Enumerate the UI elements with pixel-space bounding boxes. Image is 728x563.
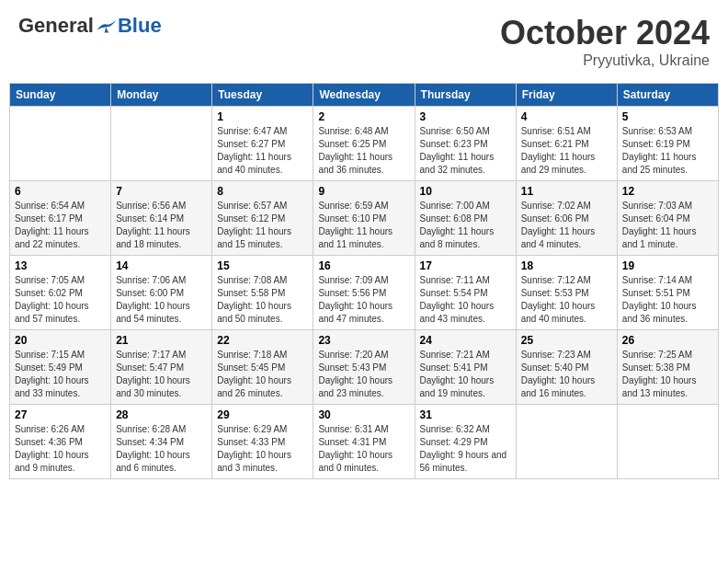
day-info: Sunrise: 7:17 AMSunset: 5:47 PMDaylight:… <box>116 349 207 400</box>
calendar-day-cell: 1Sunrise: 6:47 AMSunset: 6:27 PMDaylight… <box>212 107 313 181</box>
calendar-day-cell: 24Sunrise: 7:21 AMSunset: 5:41 PMDayligh… <box>415 330 516 405</box>
day-number: 19 <box>622 259 713 272</box>
calendar-day-cell: 8Sunrise: 6:57 AMSunset: 6:12 PMDaylight… <box>212 181 313 256</box>
day-number: 15 <box>217 259 308 272</box>
calendar-day-cell <box>111 107 212 181</box>
calendar-table: SundayMondayTuesdayWednesdayThursdayFrid… <box>9 83 719 479</box>
day-info: Sunrise: 7:18 AMSunset: 5:45 PMDaylight:… <box>217 349 308 400</box>
day-number: 25 <box>521 334 612 347</box>
day-info: Sunrise: 7:09 AMSunset: 5:56 PMDaylight:… <box>318 274 409 326</box>
day-info: Sunrise: 7:05 AMSunset: 6:02 PMDaylight:… <box>15 274 106 326</box>
day-info: Sunrise: 6:32 AMSunset: 4:29 PMDaylight:… <box>420 423 511 475</box>
day-info: Sunrise: 7:23 AMSunset: 5:40 PMDaylight:… <box>521 349 612 400</box>
day-number: 5 <box>622 110 713 123</box>
page-header: General Blue October 2024 Pryyutivka, Uk… <box>9 9 719 74</box>
day-number: 23 <box>318 334 409 347</box>
calendar-day-cell: 14Sunrise: 7:06 AMSunset: 6:00 PMDayligh… <box>111 256 212 330</box>
calendar-day-cell: 26Sunrise: 7:25 AMSunset: 5:38 PMDayligh… <box>617 330 718 405</box>
calendar-day-cell: 29Sunrise: 6:29 AMSunset: 4:33 PMDayligh… <box>212 405 313 479</box>
weekday-header: Tuesday <box>212 84 313 107</box>
day-number: 2 <box>318 110 409 123</box>
calendar-day-cell <box>10 107 111 181</box>
day-info: Sunrise: 7:15 AMSunset: 5:49 PMDaylight:… <box>15 349 106 400</box>
calendar-day-cell: 12Sunrise: 7:03 AMSunset: 6:04 PMDayligh… <box>617 181 718 256</box>
day-info: Sunrise: 7:25 AMSunset: 5:38 PMDaylight:… <box>622 349 713 400</box>
day-number: 20 <box>15 334 106 347</box>
calendar-week-row: 1Sunrise: 6:47 AMSunset: 6:27 PMDaylight… <box>10 107 719 181</box>
day-number: 24 <box>420 334 511 347</box>
day-number: 6 <box>15 185 106 198</box>
day-info: Sunrise: 7:08 AMSunset: 5:58 PMDaylight:… <box>217 274 308 326</box>
day-info: Sunrise: 6:50 AMSunset: 6:23 PMDaylight:… <box>420 125 511 177</box>
day-info: Sunrise: 7:20 AMSunset: 5:43 PMDaylight:… <box>318 349 409 400</box>
day-number: 16 <box>318 259 409 272</box>
calendar-day-cell: 13Sunrise: 7:05 AMSunset: 6:02 PMDayligh… <box>10 256 111 330</box>
calendar-week-row: 20Sunrise: 7:15 AMSunset: 5:49 PMDayligh… <box>10 330 719 405</box>
calendar-day-cell: 2Sunrise: 6:48 AMSunset: 6:25 PMDaylight… <box>313 107 415 181</box>
weekday-header: Friday <box>516 84 617 107</box>
logo-blue-text: Blue <box>118 14 162 38</box>
calendar-day-cell: 19Sunrise: 7:14 AMSunset: 5:51 PMDayligh… <box>617 256 718 330</box>
day-info: Sunrise: 7:02 AMSunset: 6:06 PMDaylight:… <box>521 200 612 251</box>
day-number: 14 <box>116 259 207 272</box>
calendar-week-row: 6Sunrise: 6:54 AMSunset: 6:17 PMDaylight… <box>10 181 719 256</box>
day-number: 26 <box>622 334 713 347</box>
weekday-header: Thursday <box>415 84 516 107</box>
day-number: 31 <box>420 408 511 421</box>
day-info: Sunrise: 6:51 AMSunset: 6:21 PMDaylight:… <box>521 125 612 177</box>
day-info: Sunrise: 6:48 AMSunset: 6:25 PMDaylight:… <box>318 125 409 177</box>
day-number: 12 <box>622 185 713 198</box>
day-number: 28 <box>116 408 207 421</box>
day-number: 17 <box>420 259 511 272</box>
calendar-day-cell: 9Sunrise: 6:59 AMSunset: 6:10 PMDaylight… <box>313 181 415 256</box>
day-number: 9 <box>318 185 409 198</box>
calendar-day-cell: 6Sunrise: 6:54 AMSunset: 6:17 PMDaylight… <box>10 181 111 256</box>
day-info: Sunrise: 6:59 AMSunset: 6:10 PMDaylight:… <box>318 200 409 251</box>
calendar-day-cell: 23Sunrise: 7:20 AMSunset: 5:43 PMDayligh… <box>313 330 415 405</box>
calendar-day-cell: 21Sunrise: 7:17 AMSunset: 5:47 PMDayligh… <box>111 330 212 405</box>
day-number: 22 <box>217 334 308 347</box>
day-info: Sunrise: 7:11 AMSunset: 5:54 PMDaylight:… <box>420 274 511 326</box>
day-info: Sunrise: 6:56 AMSunset: 6:14 PMDaylight:… <box>116 200 207 251</box>
location: Pryyutivka, Ukraine <box>500 52 710 69</box>
weekday-header: Wednesday <box>313 84 415 107</box>
calendar-day-cell: 31Sunrise: 6:32 AMSunset: 4:29 PMDayligh… <box>415 405 516 479</box>
calendar-day-cell: 18Sunrise: 7:12 AMSunset: 5:53 PMDayligh… <box>516 256 617 330</box>
calendar-day-cell <box>516 405 617 479</box>
day-number: 8 <box>217 185 308 198</box>
day-number: 7 <box>116 185 207 198</box>
day-info: Sunrise: 6:47 AMSunset: 6:27 PMDaylight:… <box>217 125 308 177</box>
day-info: Sunrise: 7:21 AMSunset: 5:41 PMDaylight:… <box>420 349 511 400</box>
day-number: 3 <box>420 110 511 123</box>
logo-bird-icon <box>96 17 118 35</box>
calendar-day-cell: 15Sunrise: 7:08 AMSunset: 5:58 PMDayligh… <box>212 256 313 330</box>
calendar-day-cell <box>617 405 718 479</box>
day-number: 21 <box>116 334 207 347</box>
day-number: 4 <box>521 110 612 123</box>
day-info: Sunrise: 7:06 AMSunset: 6:00 PMDaylight:… <box>116 274 207 326</box>
calendar-day-cell: 7Sunrise: 6:56 AMSunset: 6:14 PMDaylight… <box>111 181 212 256</box>
day-info: Sunrise: 6:26 AMSunset: 4:36 PMDaylight:… <box>15 423 106 475</box>
weekday-header: Saturday <box>617 84 718 107</box>
calendar-day-cell: 10Sunrise: 7:00 AMSunset: 6:08 PMDayligh… <box>415 181 516 256</box>
day-info: Sunrise: 6:53 AMSunset: 6:19 PMDaylight:… <box>622 125 713 177</box>
day-info: Sunrise: 6:31 AMSunset: 4:31 PMDaylight:… <box>318 423 409 475</box>
logo-general-text: General <box>18 14 94 38</box>
calendar-day-cell: 28Sunrise: 6:28 AMSunset: 4:34 PMDayligh… <box>111 405 212 479</box>
calendar-day-cell: 20Sunrise: 7:15 AMSunset: 5:49 PMDayligh… <box>10 330 111 405</box>
day-number: 1 <box>217 110 308 123</box>
calendar-header-row: SundayMondayTuesdayWednesdayThursdayFrid… <box>10 84 719 107</box>
day-number: 30 <box>318 408 409 421</box>
logo: General Blue <box>18 14 162 38</box>
title-section: October 2024 Pryyutivka, Ukraine <box>500 14 710 69</box>
calendar-day-cell: 16Sunrise: 7:09 AMSunset: 5:56 PMDayligh… <box>313 256 415 330</box>
calendar-day-cell: 4Sunrise: 6:51 AMSunset: 6:21 PMDaylight… <box>516 107 617 181</box>
calendar-day-cell: 3Sunrise: 6:50 AMSunset: 6:23 PMDaylight… <box>415 107 516 181</box>
day-number: 27 <box>15 408 106 421</box>
day-info: Sunrise: 6:54 AMSunset: 6:17 PMDaylight:… <box>15 200 106 251</box>
calendar-day-cell: 5Sunrise: 6:53 AMSunset: 6:19 PMDaylight… <box>617 107 718 181</box>
calendar-day-cell: 22Sunrise: 7:18 AMSunset: 5:45 PMDayligh… <box>212 330 313 405</box>
weekday-header: Sunday <box>10 84 111 107</box>
day-info: Sunrise: 7:14 AMSunset: 5:51 PMDaylight:… <box>622 274 713 326</box>
calendar-day-cell: 17Sunrise: 7:11 AMSunset: 5:54 PMDayligh… <box>415 256 516 330</box>
